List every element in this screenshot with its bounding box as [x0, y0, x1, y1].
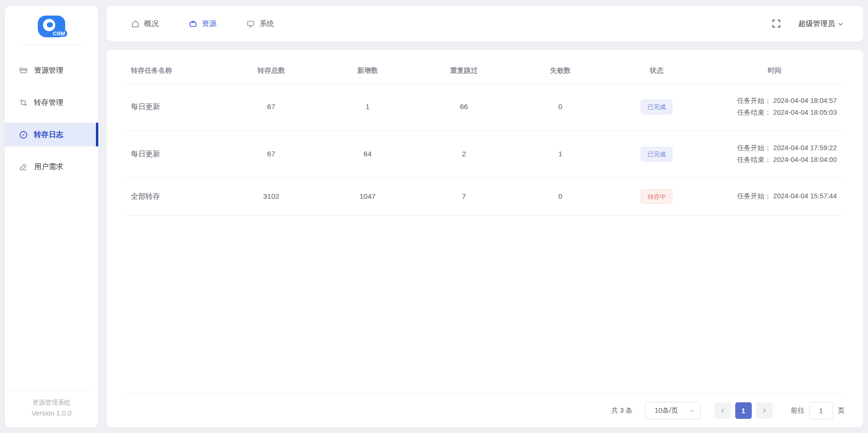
logo-text: CRM [51, 30, 67, 37]
status-badge: 转存中 [641, 189, 672, 204]
header-total: 转存总数 [223, 56, 319, 84]
table-header-row: 转存任务名称 转存总数 新增数 重复跳过 失败数 状态 时间 [125, 56, 844, 84]
time-start: 任务开始： 2024-04-04 15:57:44 [705, 190, 837, 202]
cell-added: 64 [319, 130, 416, 178]
cell-total: 3102 [223, 178, 319, 215]
cell-status: 已完成 [609, 84, 705, 131]
sidebar-item-transfer-manage[interactable]: 转存管理 [5, 91, 98, 114]
page-number-button[interactable]: 1 [735, 402, 752, 419]
time-start: 任务开始： 2024-04-04 17:59:22 [705, 142, 837, 154]
header-status: 状态 [609, 56, 705, 84]
sidebar-item-label: 用户需求 [34, 162, 63, 172]
sidebar-item-label: 转存日志 [34, 130, 63, 140]
main-column: 概况 资源 系统 超级管理员 [106, 6, 863, 427]
topbar: 概况 资源 系统 超级管理员 [106, 6, 863, 42]
fullscreen-icon[interactable] [771, 18, 782, 29]
briefcase-icon [189, 19, 198, 28]
sidebar-item-label: 转存管理 [34, 98, 63, 108]
cell-skipped: 7 [416, 178, 512, 215]
tab-system[interactable]: 系统 [246, 19, 274, 29]
sidebar: CRM 资源管理 转存管理 转存日志 [5, 6, 98, 427]
tab-label: 概况 [144, 19, 159, 29]
cell-status: 转存中 [609, 178, 705, 215]
cell-total: 67 [223, 130, 319, 178]
cell-failed: 1 [512, 130, 609, 178]
content-card: 转存任务名称 转存总数 新增数 重复跳过 失败数 状态 时间 每日更新 67 [106, 50, 863, 427]
tab-label: 资源 [202, 19, 216, 29]
chevron-down-icon [689, 408, 696, 414]
cell-failed: 0 [512, 178, 609, 215]
system-name: 资源管理系统 [11, 399, 92, 407]
header-added: 新增数 [319, 56, 416, 84]
logo: CRM [5, 6, 98, 42]
active-indicator [96, 123, 98, 146]
status-badge: 已完成 [641, 100, 672, 114]
home-icon [131, 19, 140, 28]
goto-suffix: 页 [838, 406, 845, 415]
sidebar-footer: 资源管理系统 Version 1.0.0 [11, 391, 92, 427]
user-name: 超级管理员 [799, 19, 835, 29]
cell-skipped: 66 [416, 84, 512, 131]
cell-time: 任务开始： 2024-04-04 15:57:44 [705, 178, 844, 215]
cell-task-name: 全部转存 [125, 178, 223, 215]
sidebar-menu: 资源管理 转存管理 转存日志 用户需求 [5, 51, 98, 183]
sidebar-item-user-demand[interactable]: 用户需求 [5, 155, 98, 178]
cell-failed: 0 [512, 84, 609, 131]
time-end: 任务结束： 2024-04-04 18:05:03 [705, 107, 837, 119]
sidebar-item-transfer-log[interactable]: 转存日志 [5, 123, 98, 146]
table-row: 全部转存 3102 1047 7 0 转存中 任务开始： 2024-04-04 … [125, 178, 844, 215]
page-size-select[interactable]: 10条/页 [645, 402, 701, 419]
header-failed: 失败数 [512, 56, 609, 84]
goto-page: 前往 页 [791, 402, 845, 419]
time-start: 任务开始： 2024-04-04 18:04:57 [705, 95, 837, 107]
tab-overview[interactable]: 概况 [131, 19, 159, 29]
time-end: 任务结束： 2024-04-04 18:04:00 [705, 154, 837, 166]
user-dropdown[interactable]: 超级管理员 [799, 19, 845, 29]
log-circle-icon [19, 130, 28, 139]
folder-icon [19, 66, 28, 75]
log-table-area: 转存任务名称 转存总数 新增数 重复跳过 失败数 状态 时间 每日更新 67 [125, 56, 844, 393]
cell-skipped: 2 [416, 130, 512, 178]
next-page-button[interactable] [756, 402, 773, 419]
chevron-left-icon [720, 408, 726, 414]
tab-resource[interactable]: 资源 [189, 19, 216, 29]
cell-total: 67 [223, 84, 319, 131]
header-skipped: 重复跳过 [416, 56, 512, 84]
divider [20, 44, 83, 45]
crm-logo-icon: CRM [38, 16, 65, 37]
pen-icon [19, 162, 28, 171]
cell-task-name: 每日更新 [125, 84, 223, 131]
total-count: 共 3 条 [611, 406, 632, 415]
goto-page-input[interactable] [809, 402, 833, 419]
sidebar-item-label: 资源管理 [34, 66, 63, 76]
cell-added: 1047 [319, 178, 416, 215]
cell-time: 任务开始： 2024-04-04 17:59:22 任务结束： 2024-04-… [705, 130, 844, 178]
header-time: 时间 [705, 56, 844, 84]
monitor-icon [246, 19, 255, 28]
chevron-right-icon [761, 408, 767, 414]
table-row: 每日更新 67 64 2 1 已完成 任务开始： 2024-04-04 17:5… [125, 130, 844, 178]
cell-status: 已完成 [609, 130, 705, 178]
transfer-log-table: 转存任务名称 转存总数 新增数 重复跳过 失败数 状态 时间 每日更新 67 [125, 56, 844, 216]
header-task-name: 转存任务名称 [125, 56, 223, 84]
cell-time: 任务开始： 2024-04-04 18:04:57 任务结束： 2024-04-… [705, 84, 844, 131]
chevron-down-icon [837, 20, 844, 28]
pagination: 共 3 条 10条/页 1 前往 页 [125, 393, 844, 427]
prev-page-button[interactable] [714, 402, 731, 419]
page-size-value: 10条/页 [655, 406, 678, 415]
version-text: Version 1.0.0 [11, 409, 92, 417]
table-row: 每日更新 67 1 66 0 已完成 任务开始： 2024-04-04 18:0… [125, 84, 844, 131]
page: CRM 资源管理 转存管理 转存日志 [0, 0, 868, 433]
goto-label: 前往 [791, 406, 805, 415]
status-badge: 已完成 [641, 147, 672, 161]
cell-task-name: 每日更新 [125, 130, 223, 178]
tab-label: 系统 [259, 19, 274, 29]
cell-added: 1 [319, 84, 416, 131]
sidebar-item-resource-manage[interactable]: 资源管理 [5, 59, 98, 82]
crop-icon [19, 98, 28, 107]
